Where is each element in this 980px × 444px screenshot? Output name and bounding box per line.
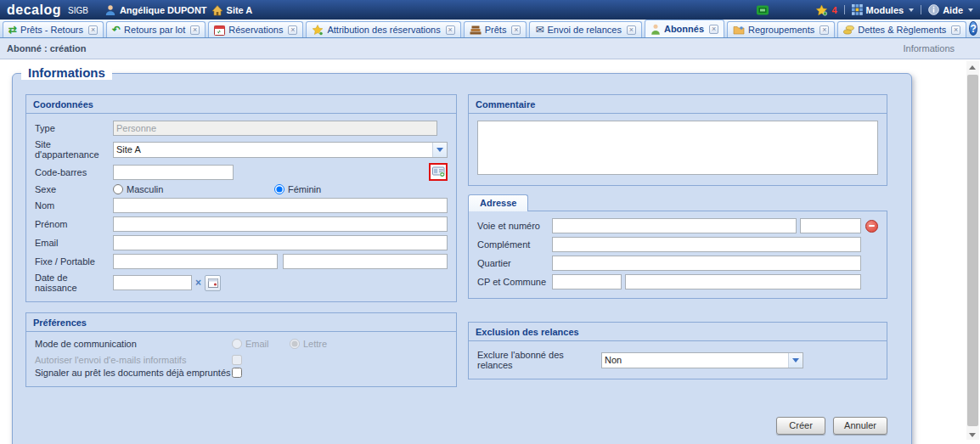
exclure-abonne-label: Exclure l'abonné des relances [477, 350, 601, 370]
close-icon[interactable]: × [627, 25, 636, 35]
generate-barcode-button[interactable] [429, 163, 448, 181]
close-icon[interactable]: × [88, 25, 98, 35]
close-icon[interactable]: × [446, 25, 455, 35]
top-bar: decalog SIGB Angélique DUPONT Site A 4 M… [0, 0, 980, 20]
page-title: Abonné : création [7, 43, 87, 53]
vertical-scrollbar[interactable] [966, 61, 979, 440]
cp-commune-label: CP et Commune [477, 277, 552, 287]
fixe-input[interactable] [113, 254, 278, 269]
remove-address-icon[interactable] [865, 220, 878, 233]
commune-input[interactable] [625, 274, 861, 289]
chevron-down-icon [909, 8, 914, 12]
main-content: Informations Coordonnées Type Site d'app… [0, 59, 980, 443]
info-icon [928, 4, 939, 15]
autoriser-emails-checkbox [232, 355, 242, 365]
chevron-down-icon[interactable] [788, 353, 803, 368]
exclure-abonne-select[interactable]: Non [601, 352, 803, 368]
annuler-button[interactable]: Annuler [833, 417, 887, 435]
portable-input[interactable] [283, 254, 448, 269]
help-icon[interactable]: ? [969, 21, 977, 36]
complement-input[interactable] [552, 237, 861, 252]
mode-email-radio [232, 339, 242, 349]
favorites-button[interactable]: 4 [815, 4, 836, 16]
separator [921, 5, 921, 14]
cp-input[interactable] [552, 274, 622, 289]
close-icon[interactable]: × [511, 25, 521, 35]
exclusion-relances-panel: Exclusion des relances Exclure l'abonné … [468, 322, 887, 379]
tab-reservations[interactable]: Réservations × [208, 21, 303, 37]
signaler-pret-checkbox[interactable] [232, 368, 242, 378]
tab-bar: ⇄ Prêts - Retours × ↶ Retours par lot × … [0, 20, 980, 38]
separator [844, 5, 845, 14]
modules-label: Modules [866, 5, 904, 15]
sexe-feminin-option[interactable]: Féminin [274, 184, 321, 194]
fixe-portable-label: Fixe / Portable [35, 256, 113, 267]
tab-label: Dettes & Règlements [858, 25, 946, 35]
tab-adresse[interactable]: Adresse [468, 194, 528, 211]
breadcrumb: Abonné : création Informations [0, 38, 980, 59]
tab-prets[interactable]: Prêts × [464, 21, 527, 37]
date-naissance-label: Date de naissance [35, 273, 113, 293]
mode-lettre-option: Lettre [290, 339, 327, 349]
tab-label: Regroupements [748, 25, 814, 35]
session-monitor-icon[interactable] [756, 4, 769, 16]
tab-label: Prêts - Retours [20, 25, 83, 35]
date-naissance-input[interactable] [113, 275, 192, 290]
email-label: Email [35, 238, 113, 248]
preferences-header: Préférences [26, 313, 456, 332]
complement-label: Complément [477, 239, 552, 250]
app-logo-suffix: SIGB [68, 6, 88, 15]
person-icon [651, 24, 661, 35]
scroll-down-icon[interactable] [969, 433, 976, 437]
mode-email-option: Email [232, 339, 290, 349]
tab-prets-retours[interactable]: ⇄ Prêts - Retours × [3, 21, 104, 37]
close-icon[interactable]: × [951, 25, 960, 35]
creer-button[interactable]: Créer [776, 417, 825, 435]
scrollbar-thumb[interactable] [967, 75, 978, 426]
mode-lettre-radio [290, 339, 300, 349]
type-label: Type [35, 123, 113, 133]
sexe-masculin-radio[interactable] [113, 184, 123, 194]
barcode-add-icon [432, 166, 445, 177]
scroll-up-icon[interactable] [969, 65, 976, 70]
nom-label: Nom [35, 200, 113, 211]
code-barres-label: Code-barres [35, 167, 113, 177]
home-icon [211, 4, 223, 16]
tab-regroupements[interactable]: Regroupements × [727, 21, 835, 37]
calendar-icon [214, 25, 225, 36]
clear-date-icon[interactable]: × [195, 277, 201, 289]
tab-retours-par-lot[interactable]: ↶ Retours par lot × [106, 21, 206, 37]
close-icon[interactable]: × [709, 25, 718, 34]
sexe-masculin-option[interactable]: Masculin [113, 184, 274, 194]
app-logo: decalog [7, 2, 61, 19]
numero-input[interactable] [800, 218, 861, 233]
tab-attribution-reservations[interactable]: Attribution des réservations × [306, 21, 460, 37]
email-input[interactable] [113, 235, 448, 250]
batch-returns-icon: ↶ [112, 25, 121, 35]
site-appartenance-select[interactable]: Site A [113, 142, 448, 158]
tab-envoi-relances[interactable]: ✉ Envoi de relances × [529, 21, 642, 37]
calendar-picker-button[interactable] [205, 275, 221, 291]
modules-menu[interactable]: Modules [852, 4, 915, 15]
current-site[interactable]: Site A [211, 4, 253, 16]
modules-grid-icon [852, 4, 863, 15]
breadcrumb-section: Informations [903, 43, 955, 53]
commentaire-textarea[interactable] [477, 121, 878, 175]
quartier-input[interactable] [552, 256, 861, 271]
prenom-input[interactable] [113, 216, 448, 232]
coins-icon [843, 25, 854, 35]
voie-input[interactable] [552, 218, 797, 233]
sexe-feminin-radio[interactable] [274, 184, 284, 194]
tab-dettes-reglements[interactable]: Dettes & Règlements × [837, 21, 966, 37]
code-barres-input[interactable] [113, 165, 234, 180]
current-user[interactable]: Angélique DUPONT [104, 4, 207, 16]
close-icon[interactable]: × [288, 25, 297, 35]
mode-lettre-label: Lettre [303, 339, 327, 349]
close-icon[interactable]: × [819, 25, 829, 35]
aide-menu[interactable]: Aide [928, 4, 973, 15]
chevron-down-icon[interactable] [432, 143, 447, 157]
favorites-count: 4 [831, 5, 836, 15]
close-icon[interactable]: × [190, 25, 200, 35]
tab-abonnes[interactable]: Abonnés × [645, 20, 724, 37]
nom-input[interactable] [113, 198, 448, 213]
